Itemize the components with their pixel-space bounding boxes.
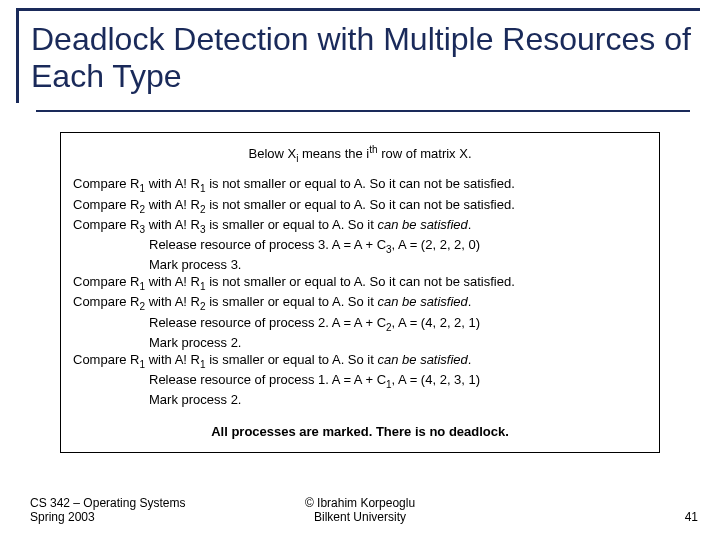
copyright: © Ibrahim Korpeoglu: [305, 496, 415, 510]
compare-line: Compare R1 with A! R1 is not smaller or …: [73, 273, 647, 293]
title-block: Deadlock Detection with Multiple Resourc…: [16, 8, 700, 103]
slide: Deadlock Detection with Multiple Resourc…: [0, 0, 720, 540]
intro-line: Below Xi means the ith row of matrix X.: [73, 143, 647, 165]
release-line: Release resource of process 1. A = A + C…: [73, 371, 647, 391]
intro-text-3: row of matrix X.: [378, 146, 472, 161]
title-underline: [36, 110, 690, 112]
algorithm-steps: Compare R1 with A! R1 is not smaller or …: [73, 175, 647, 408]
intro-text: Below X: [248, 146, 296, 161]
footer-left: CS 342 – Operating Systems Spring 2003: [30, 496, 185, 524]
compare-line: Compare R3 with A! R3 is smaller or equa…: [73, 216, 647, 236]
course-id: CS 342 – Operating Systems: [30, 496, 185, 510]
intro-sup: th: [369, 144, 377, 155]
mark-line: Mark process 2.: [73, 334, 647, 352]
content-box: Below Xi means the ith row of matrix X. …: [60, 132, 660, 453]
footer-center: © Ibrahim Korpeoglu Bilkent University: [305, 496, 415, 524]
release-line: Release resource of process 3. A = A + C…: [73, 236, 647, 256]
mark-line: Mark process 2.: [73, 391, 647, 409]
conclusion: All processes are marked. There is no de…: [73, 423, 647, 441]
compare-line: Compare R2 with A! R2 is smaller or equa…: [73, 293, 647, 313]
page-number: 41: [685, 510, 698, 524]
term: Spring 2003: [30, 510, 185, 524]
university: Bilkent University: [305, 510, 415, 524]
mark-line: Mark process 3.: [73, 256, 647, 274]
compare-line: Compare R1 with A! R1 is not smaller or …: [73, 175, 647, 195]
slide-title: Deadlock Detection with Multiple Resourc…: [31, 21, 700, 95]
compare-line: Compare R1 with A! R1 is smaller or equa…: [73, 351, 647, 371]
release-line: Release resource of process 2. A = A + C…: [73, 314, 647, 334]
intro-text-2: means the i: [298, 146, 369, 161]
compare-line: Compare R2 with A! R2 is not smaller or …: [73, 196, 647, 216]
